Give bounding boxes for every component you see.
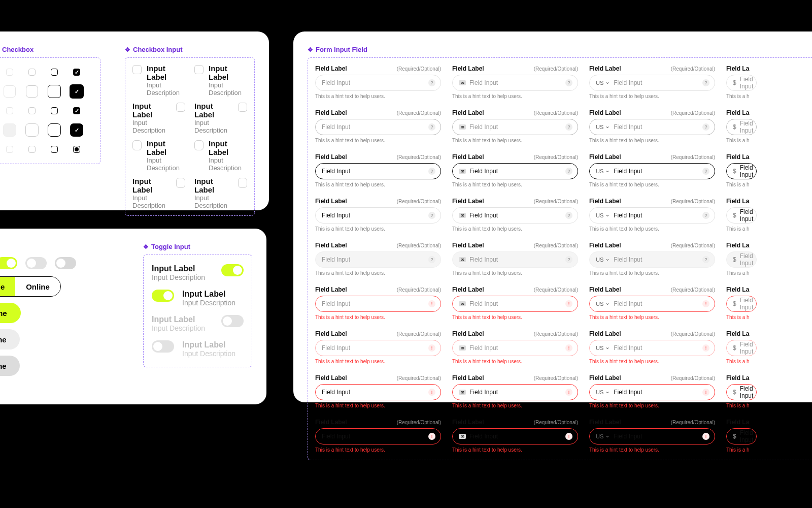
text-input[interactable]: ✉ Field Input ? — [452, 207, 578, 224]
text-input[interactable]: $ Field Input — [726, 428, 757, 444]
checkbox-input-left-lg[interactable]: Input Label Input Description — [132, 139, 185, 172]
text-input[interactable]: Field Input ? — [315, 75, 441, 91]
text-input[interactable]: US Field Input ! — [589, 340, 715, 356]
country-select[interactable]: US — [596, 79, 610, 86]
checkbox-box[interactable] — [194, 65, 204, 74]
checkbox-round-light-lg[interactable] — [26, 85, 38, 98]
radio-light[interactable] — [28, 146, 36, 153]
checkbox-square-checked-sm[interactable] — [73, 107, 80, 114]
text-input[interactable]: $ Field Input — [726, 119, 757, 135]
text-input[interactable]: ✉ Field Input ? — [452, 75, 578, 91]
checkbox-box[interactable] — [176, 103, 185, 112]
text-input[interactable]: Field Input ? — [315, 119, 441, 135]
country-select[interactable]: US — [596, 433, 610, 440]
text-input[interactable]: ✉ Field Input ! — [452, 340, 578, 356]
toggle-input-right[interactable]: Input Label Input Description — [152, 290, 244, 307]
pill-online-light[interactable]: Online — [0, 329, 20, 350]
segment-online[interactable]: Online — [15, 277, 60, 296]
checkbox-box[interactable] — [132, 140, 142, 150]
checkbox-box[interactable] — [176, 178, 185, 188]
text-input[interactable]: US Field Input ! — [589, 296, 715, 312]
checkbox-input-left-lg-2[interactable]: Input Label Input Description — [194, 139, 247, 172]
text-input[interactable]: ✉ Field Input ! — [452, 428, 578, 444]
text-input[interactable]: $ Field Input — [726, 207, 757, 224]
country-select[interactable]: US — [596, 344, 610, 352]
field-placeholder: Field Input — [740, 252, 754, 267]
field-label: Field Label — [315, 65, 347, 72]
text-input[interactable]: US Field Input ! — [589, 428, 715, 444]
help-icon: ? — [428, 256, 435, 263]
checkbox-input-right-sm-2[interactable]: Input Label Input Description — [194, 102, 247, 134]
checkbox-square-outline-lg[interactable] — [48, 123, 61, 137]
toggle-on[interactable] — [0, 257, 17, 269]
currency-symbol: $ — [733, 168, 736, 175]
field-required-hint: (Required/Optional) — [534, 420, 578, 425]
checkbox-input-label: Input Label — [132, 102, 171, 119]
segmented-toggle[interactable]: Offline Online — [0, 276, 61, 297]
country-select[interactable]: US — [596, 123, 610, 131]
field-label: Field Label — [589, 330, 621, 337]
text-input[interactable]: Field Input ? — [315, 207, 441, 224]
text-input[interactable]: $ Field Input — [726, 296, 757, 312]
text-input[interactable]: ✉ Field Input ! — [452, 384, 578, 400]
checkbox-square-light-lg[interactable] — [25, 123, 39, 137]
checkbox-input-right-sm[interactable]: Input Label Input Description — [132, 102, 185, 134]
radio-selected[interactable] — [73, 146, 80, 153]
checkbox-square-light-sm[interactable] — [28, 107, 36, 114]
text-input[interactable]: Field Input ! — [315, 296, 441, 312]
toggle-off-gray[interactable] — [55, 257, 76, 269]
checkbox-input-left-sm-2[interactable]: Input Label Input Description — [194, 64, 247, 97]
country-select[interactable]: US — [596, 389, 610, 396]
country-select[interactable]: US — [596, 300, 610, 307]
checkbox-square-checked-lg[interactable] — [70, 123, 83, 137]
checkbox-round-checked-lg[interactable] — [70, 84, 84, 99]
pill-online-gray[interactable]: Online — [0, 356, 20, 376]
segment-offline[interactable]: Offline — [0, 277, 15, 296]
text-input[interactable]: ✉ Field Input ? — [452, 163, 578, 179]
text-input[interactable]: US Field Input ? — [589, 75, 715, 91]
checkbox-box[interactable] — [194, 140, 204, 150]
checkbox-input-left-sm[interactable]: Input Label Input Description — [132, 64, 185, 97]
checkbox-round-ghost-sm[interactable] — [6, 69, 13, 76]
text-input[interactable]: $ Field Input — [726, 384, 757, 400]
checkbox-input-right-lg[interactable]: Input Label Input Description — [132, 177, 185, 209]
text-input[interactable]: Field Input ! — [315, 384, 441, 400]
text-input[interactable]: Field Input ? — [315, 163, 441, 179]
checkbox-round-outline-lg[interactable] — [48, 85, 61, 98]
toggle-input-left[interactable]: Input Label Input Description — [152, 264, 244, 281]
text-input[interactable]: ✉ Field Input ? — [452, 119, 578, 135]
text-input[interactable]: US Field Input ? — [589, 163, 715, 179]
country-select[interactable]: US — [596, 256, 610, 263]
text-input[interactable]: US Field Input ? — [589, 119, 715, 135]
text-input[interactable]: Field Input ! — [315, 340, 441, 356]
country-select[interactable]: US — [596, 168, 610, 175]
checkbox-input-right-lg-2[interactable]: Input Label Input Description — [194, 177, 247, 209]
text-input[interactable]: Field Input ! — [315, 428, 441, 444]
checkbox-round-ghost-lg[interactable] — [4, 85, 16, 98]
text-input[interactable]: ✉ Field Input ! — [452, 296, 578, 312]
pill-online-lime[interactable]: Online — [0, 303, 21, 323]
checkbox-square-outline-sm[interactable] — [51, 107, 58, 114]
error-icon: ! — [565, 433, 572, 440]
text-input[interactable]: $ Field Input — [726, 163, 757, 179]
toggle-switch-off — [152, 340, 174, 353]
toggle-switch-on[interactable] — [152, 290, 174, 302]
checkbox-round-light-sm[interactable] — [28, 69, 36, 76]
checkbox-round-checked-sm[interactable] — [73, 69, 80, 76]
text-input[interactable]: $ Field Input — [726, 75, 757, 91]
checkbox-box[interactable] — [238, 178, 247, 188]
country-select[interactable]: US — [596, 212, 610, 219]
checkbox-box[interactable] — [238, 103, 247, 112]
checkbox-square-ghost-lg[interactable] — [3, 123, 16, 137]
radio-ghost[interactable] — [6, 146, 13, 153]
text-input[interactable]: $ Field Input — [726, 340, 757, 356]
checkbox-input-label: Input Label — [147, 64, 185, 81]
text-input[interactable]: US Field Input ? — [589, 207, 715, 224]
toggle-off-light[interactable] — [25, 257, 47, 269]
toggle-switch-on[interactable] — [221, 264, 244, 276]
checkbox-square-ghost-sm[interactable] — [6, 107, 13, 114]
checkbox-box[interactable] — [132, 65, 142, 74]
checkbox-round-outline-sm[interactable] — [51, 69, 58, 76]
radio-outline[interactable] — [51, 146, 58, 153]
text-input[interactable]: US Field Input ! — [589, 384, 715, 400]
